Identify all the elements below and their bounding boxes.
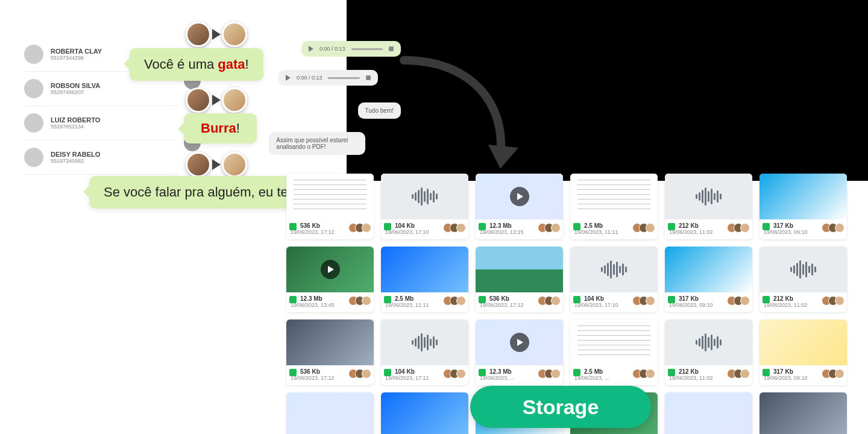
participant-avatars [351, 296, 371, 306]
participant-avatars [541, 296, 561, 306]
snd-icon [763, 296, 770, 303]
img-icon [289, 223, 297, 230]
media-thumbnail[interactable] [760, 247, 847, 292]
media-card[interactable] [381, 392, 468, 434]
media-card[interactable]: 104 Kb19/06/2023, 17:10 [570, 247, 658, 312]
avatar [222, 22, 247, 47]
media-card[interactable]: 317 Kb19/06/2023, 09:10 [760, 319, 847, 385]
media-thumbnail[interactable] [570, 174, 658, 219]
media-card[interactable]: 317 Kb19/06/2023, 09:10 [760, 174, 847, 239]
media-card[interactable] [760, 392, 847, 434]
snd-icon [384, 223, 391, 230]
snd-icon [384, 369, 391, 376]
media-thumbnail[interactable] [665, 247, 752, 292]
media-thumbnail[interactable] [760, 174, 847, 219]
participant-avatars [541, 369, 561, 379]
participant-avatars [635, 296, 655, 306]
media-thumbnail[interactable] [665, 392, 752, 434]
contact-item[interactable]: LUIZ ROBERTO 55297652134 [24, 106, 178, 140]
arrow-icon [212, 159, 221, 170]
media-thumbnail[interactable] [286, 174, 374, 219]
media-meta: 317 Kb19/06/2023, 09:10 [760, 219, 847, 239]
media-meta: 317 Kb19/06/2023, 09:10 [760, 365, 847, 385]
media-card[interactable]: 212 Kb19/06/2023, 11:02 [665, 174, 752, 239]
avatar [24, 113, 43, 133]
audio-progress[interactable] [328, 77, 359, 79]
speech-highlight: Burra [201, 121, 236, 136]
media-card[interactable]: 2.5 Mb19/06/2023, 11:11 [570, 174, 658, 239]
media-meta: 536 Kb19/06/2023, 17:12 [476, 292, 563, 312]
media-card[interactable]: 104 Kb19/06/2023, 17:10 [381, 174, 468, 239]
participant-avatars [351, 223, 371, 233]
participant-avatars [635, 223, 655, 233]
media-thumbnail[interactable] [570, 319, 658, 365]
media-card[interactable]: 12.3 Mb19/06/2023, 13:45 [286, 247, 374, 312]
media-card[interactable]: 317 Kb19/06/2023, 09:10 [665, 247, 752, 312]
media-thumbnail[interactable] [286, 392, 374, 434]
media-meta: 12.3 Mb19/06/2023, 13:45 [286, 292, 374, 312]
vid-icon [479, 369, 486, 376]
media-thumbnail[interactable] [476, 174, 563, 219]
speech-text: Se você falar pra alguém, eu te [104, 184, 292, 200]
media-thumbnail[interactable] [760, 392, 847, 434]
media-thumbnail[interactable] [476, 247, 563, 292]
audio-message[interactable]: 0:00 / 0:13 [278, 70, 378, 86]
volume-icon[interactable] [389, 46, 394, 51]
media-card[interactable]: 12.3 Mb19/06/2023, 13:15 [476, 174, 563, 239]
participant-avatars [635, 369, 655, 379]
media-thumbnail[interactable] [760, 319, 847, 365]
media-card[interactable] [286, 392, 374, 434]
play-icon[interactable] [510, 187, 529, 206]
media-meta: 2.5 Mb19/06/2023, 11:11 [381, 292, 468, 312]
media-thumbnail[interactable] [381, 247, 468, 292]
media-thumbnail[interactable] [570, 247, 658, 292]
media-thumbnail[interactable] [381, 319, 468, 365]
media-card[interactable]: 536 Kb19/06/2023, 17:12 [286, 174, 374, 239]
audio-progress[interactable] [351, 48, 383, 50]
media-meta: 536 Kb19/06/2023, 17:12 [286, 365, 374, 385]
sender-receiver-pair [186, 87, 247, 113]
media-meta: 12.3 Mb19/06/2023, 13:15 [476, 219, 563, 239]
media-meta: 104 Kb19/06/2023, 17:11 [381, 365, 468, 385]
media-card[interactable]: 2.5 Mb19/06/2023, ... [570, 319, 658, 385]
media-card[interactable]: 212 Kb19/06/2023, 11:02 [760, 247, 847, 312]
participant-avatars [825, 296, 844, 306]
media-card[interactable]: 2.5 Mb19/06/2023, 11:11 [381, 247, 468, 312]
speech-highlight: gata [218, 57, 245, 72]
media-thumbnail[interactable] [286, 247, 374, 292]
play-icon[interactable] [510, 333, 529, 352]
flow-arrow-icon [398, 48, 530, 175]
audio-message[interactable]: 0:00 / 0:13 [301, 41, 401, 57]
media-card[interactable] [665, 392, 752, 434]
media-thumbnail[interactable] [381, 392, 468, 434]
media-thumbnail[interactable] [665, 319, 752, 365]
snd-icon [668, 369, 675, 376]
media-meta: 2.5 Mb19/06/2023, ... [570, 365, 658, 385]
waveform-icon [412, 187, 438, 206]
play-icon[interactable] [286, 75, 291, 81]
play-icon[interactable] [321, 260, 340, 279]
waveform-icon [412, 333, 438, 351]
media-card[interactable]: 536 Kb19/06/2023, 17:12 [286, 319, 374, 385]
media-thumbnail[interactable] [476, 319, 563, 365]
media-thumbnail[interactable] [381, 174, 468, 219]
speech-bubble: Burra! [184, 113, 257, 143]
media-thumbnail[interactable] [665, 174, 752, 219]
storage-button[interactable]: Storage [470, 386, 651, 428]
media-card[interactable]: 536 Kb19/06/2023, 17:12 [476, 247, 563, 312]
play-icon[interactable] [309, 46, 313, 52]
media-card[interactable]: 12.3 Mb19/06/2023, ... [476, 319, 563, 385]
contact-item[interactable]: DEISY RABELO 55197340082 [24, 140, 178, 175]
sender-receiver-pair [186, 22, 247, 47]
avatar [24, 79, 43, 98]
media-thumbnail[interactable] [286, 319, 374, 365]
media-meta: 104 Kb19/06/2023, 17:10 [570, 292, 658, 312]
volume-icon[interactable] [366, 75, 371, 80]
chat-message: Assim que possível estarei analisando o … [269, 132, 365, 155]
contact-sub: 55297652134 [51, 124, 100, 130]
media-meta: 212 Kb19/06/2023, 11:02 [665, 365, 752, 385]
media-card[interactable]: 212 Kb19/06/2023, 11:02 [665, 319, 752, 385]
snd-icon [668, 223, 675, 230]
media-card[interactable]: 104 Kb19/06/2023, 17:11 [381, 319, 468, 385]
waveform-icon [790, 260, 816, 278]
